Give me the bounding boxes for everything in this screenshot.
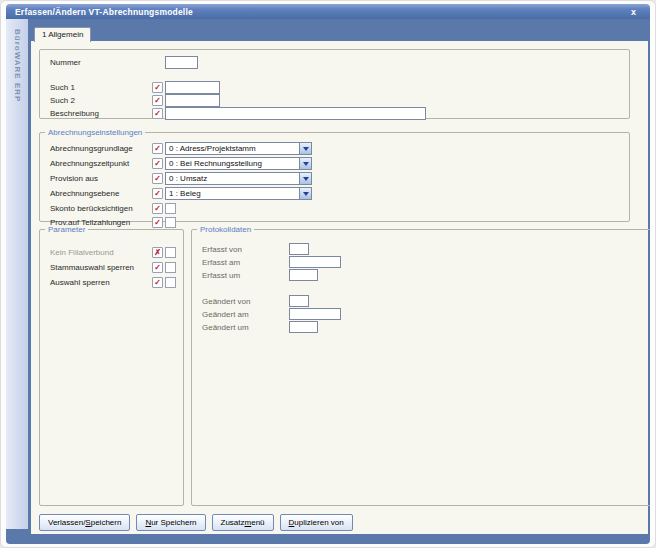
field-verify-check-icon[interactable]: ✓ [152, 82, 163, 93]
geaendert-um-input[interactable] [289, 321, 318, 333]
field-verify-check-icon[interactable]: ✓ [152, 95, 163, 106]
erfasst-um-input[interactable] [289, 269, 318, 281]
provision-aus-select[interactable]: 0 : Umsatz [165, 172, 312, 185]
form-row: Geändert um [192, 321, 650, 334]
chevron-down-icon[interactable] [299, 143, 311, 154]
beschreibung-input[interactable] [165, 107, 426, 120]
field-verify-check-icon[interactable]: ✓ [152, 173, 163, 184]
nummer-label: Nummer [50, 56, 81, 69]
form-row: Geändert von [192, 295, 650, 308]
header-fields-group: Nummer Such 1 ✓ Such 2 ✓ Beschreibung ✓ [39, 49, 630, 119]
stammauswahl-sperren-checkbox[interactable] [165, 262, 176, 273]
field-verify-check-icon[interactable]: ✓ [152, 108, 163, 119]
brand-sidebar: BüroWARE ERP [6, 19, 28, 529]
auswahl-sperren-checkbox[interactable] [165, 277, 176, 288]
form-row: Geändert am [192, 308, 650, 321]
form-row: Erfasst von [192, 243, 650, 256]
form-row: Erfasst um [192, 269, 650, 282]
erfasst-von-label: Erfasst von [202, 243, 242, 256]
brand-label: BüroWARE ERP [13, 29, 22, 529]
form-row: Nummer [40, 56, 629, 69]
dialog-window: Erfassen/Ändern VT-Abrechnungsmodelle x … [0, 0, 656, 548]
abrechnungszeitpunkt-label: Abrechnungszeitpunkt [50, 157, 129, 170]
parameter-group: Parameter Kein Filialverbund ✗ Stammausw… [39, 229, 184, 506]
select-value: 0 : Umsatz [169, 173, 297, 184]
window-body: BüroWARE ERP 1 Allgemein Nummer Such 1 ✓… [6, 19, 650, 544]
allgemein-panel: Nummer Such 1 ✓ Such 2 ✓ Beschreibung ✓ [31, 41, 648, 534]
skonto-checkbox[interactable] [165, 203, 176, 214]
close-icon[interactable]: x [629, 5, 638, 19]
chevron-down-icon[interactable] [299, 188, 311, 199]
tab-allgemein[interactable]: 1 Allgemein [34, 27, 91, 42]
form-row: Erfasst am [192, 256, 650, 269]
abrechnungsebene-select[interactable]: 1 : Beleg [165, 187, 312, 200]
chevron-down-icon[interactable] [299, 158, 311, 169]
abrechnungseinstellungen-group: Abrechnungseinstellungen Abrechnungsgrun… [39, 132, 630, 222]
abrechnungsgrundlage-label: Abrechnungsgrundlage [50, 142, 133, 155]
provision-aus-label: Provision aus [50, 172, 98, 185]
title-bar[interactable]: Erfassen/Ändern VT-Abrechnungsmodelle x [6, 4, 650, 19]
form-row: Auswahl sperren ✓ [40, 276, 183, 289]
window-title: Erfassen/Ändern VT-Abrechnungsmodelle [15, 7, 629, 17]
erfasst-am-label: Erfasst am [202, 256, 240, 269]
geaendert-am-input[interactable] [289, 308, 341, 320]
duplizieren-von-button[interactable]: Duplizieren von [280, 514, 353, 531]
abrechnungsebene-label: Abrechnungsebene [50, 187, 119, 200]
auswahl-sperren-label: Auswahl sperren [50, 276, 110, 289]
zusatzmenu-button[interactable]: Zusatzmenü [212, 514, 274, 531]
field-verify-check-icon[interactable]: ✓ [152, 158, 163, 169]
erfasst-um-label: Erfasst um [202, 269, 240, 282]
abrechnungsgrundlage-select[interactable]: 0 : Adress/Projektstamm [165, 142, 312, 155]
group-title: Protokolldaten [197, 225, 254, 234]
form-row: Such 1 ✓ [40, 81, 629, 94]
form-row: Skonto berücksichtigen ✓ [40, 202, 629, 215]
field-verify-x-icon[interactable]: ✗ [152, 247, 163, 258]
field-verify-check-icon[interactable]: ✓ [152, 217, 163, 228]
select-value: 0 : Bei Rechnungsstellung [169, 158, 297, 169]
select-value: 1 : Beleg [169, 188, 297, 199]
erfasst-von-input[interactable] [289, 243, 309, 255]
verlassen-speichern-button[interactable]: Verlassen/Speichern [39, 514, 130, 531]
such2-label: Such 2 [50, 94, 75, 107]
such1-label: Such 1 [50, 81, 75, 94]
field-verify-check-icon[interactable]: ✓ [152, 277, 163, 288]
geaendert-von-label: Geändert von [202, 295, 250, 308]
stammauswahl-sperren-label: Stammauswahl sperren [50, 261, 134, 274]
form-row: Stammauswahl sperren ✓ [40, 261, 183, 274]
skonto-label: Skonto berücksichtigen [50, 202, 133, 215]
form-row: Abrechnungszeitpunkt ✓ 0 : Bei Rechnungs… [40, 157, 629, 170]
such2-input[interactable] [165, 94, 220, 107]
form-row: Provision aus ✓ 0 : Umsatz [40, 172, 629, 185]
group-title: Parameter [45, 225, 88, 234]
kein-filialverbund-label: Kein Filialverbund [50, 246, 114, 259]
field-verify-check-icon[interactable]: ✓ [152, 262, 163, 273]
field-verify-check-icon[interactable]: ✓ [152, 203, 163, 214]
abrechnungszeitpunkt-select[interactable]: 0 : Bei Rechnungsstellung [165, 157, 312, 170]
form-row: Beschreibung ✓ [40, 107, 629, 120]
form-row: Kein Filialverbund ✗ [40, 246, 183, 259]
select-value: 0 : Adress/Projektstamm [169, 143, 297, 154]
such1-input[interactable] [165, 81, 220, 94]
beschreibung-label: Beschreibung [50, 107, 99, 120]
nummer-input[interactable] [165, 56, 198, 69]
footer-button-bar: Verlassen/Speichern Nur Speichern Zusatz… [39, 514, 353, 531]
group-title: Abrechnungseinstellungen [45, 128, 145, 137]
prov-teilzahlungen-checkbox[interactable] [165, 217, 176, 228]
geaendert-am-label: Geändert am [202, 308, 249, 321]
form-row: Such 2 ✓ [40, 94, 629, 107]
geaendert-von-input[interactable] [289, 295, 309, 307]
form-row: Prov.auf Teilzahlungen ✓ [40, 216, 629, 229]
geaendert-um-label: Geändert um [202, 321, 249, 334]
chevron-down-icon[interactable] [299, 173, 311, 184]
nur-speichern-button[interactable]: Nur Speichern [136, 514, 205, 531]
kein-filialverbund-checkbox[interactable] [165, 247, 176, 258]
protokolldaten-group: Protokolldaten Erfasst von Erfasst am Er… [191, 229, 650, 506]
erfasst-am-input[interactable] [289, 256, 341, 268]
form-row: Abrechnungsgrundlage ✓ 0 : Adress/Projek… [40, 142, 629, 155]
form-row: Abrechnungsebene ✓ 1 : Beleg [40, 187, 629, 200]
field-verify-check-icon[interactable]: ✓ [152, 188, 163, 199]
field-verify-check-icon[interactable]: ✓ [152, 143, 163, 154]
